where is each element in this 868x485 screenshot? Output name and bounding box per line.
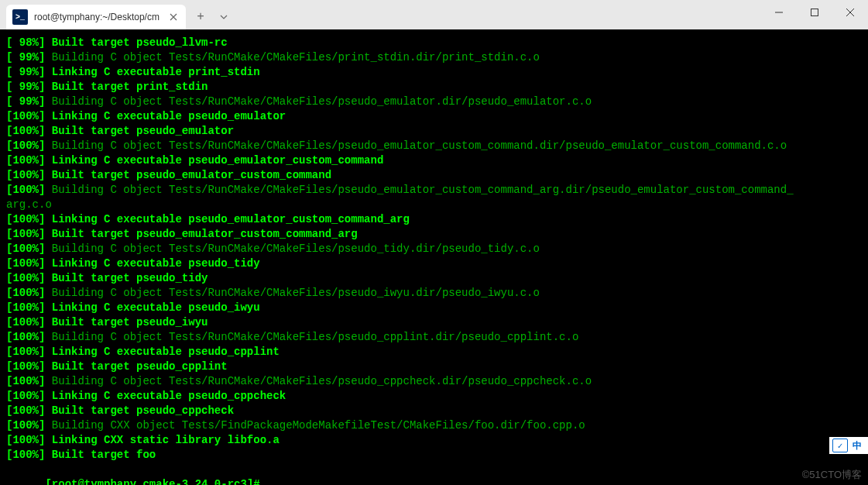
maximize-button[interactable] xyxy=(797,0,832,25)
terminal-line: [100%] Building C object Tests/RunCMake/… xyxy=(6,242,862,256)
terminal-line: [100%] Built target pseudo_emulator_cust… xyxy=(6,168,862,183)
window-controls xyxy=(761,0,868,25)
terminal-line: [100%] Building C object Tests/RunCMake/… xyxy=(6,139,862,153)
terminal-line: arg.c.o xyxy=(6,198,862,212)
prompt-user-host: [root@tymphany xyxy=(45,478,136,485)
terminal-line: [ 99%] Building C object Tests/RunCMake/… xyxy=(6,50,862,65)
terminal-line: [ 99%] Linking C executable print_stdin xyxy=(6,65,862,80)
title-bar: >_ root@tymphany:~/Desktop/cm + xyxy=(0,0,868,29)
terminal-output: [ 98%] Built target pseudo_llvm-rc[ 99%]… xyxy=(6,36,862,463)
terminal-line: [100%] Built target pseudo_iwyu xyxy=(6,315,862,330)
terminal-line: [100%] Built target foo xyxy=(6,448,862,463)
svg-rect-0 xyxy=(811,9,818,16)
terminal-line: [100%] Linking C executable pseudo_emula… xyxy=(6,212,862,227)
terminal-line: [ 99%] Building C object Tests/RunCMake/… xyxy=(6,95,862,109)
terminal-line: [100%] Built target pseudo_cppcheck xyxy=(6,404,862,418)
terminal-line: [100%] Linking C executable pseudo_cppch… xyxy=(6,389,862,404)
terminal-line: [100%] Built target pseudo_emulator xyxy=(6,124,862,139)
ime-char-indicator: 中 xyxy=(849,439,865,452)
tab-active[interactable]: >_ root@tymphany:~/Desktop/cm xyxy=(6,5,186,29)
prompt-line: [root@tymphany cmake-3.24.0-rc3]# xyxy=(6,463,862,485)
watermark: ©51CTO博客 xyxy=(802,468,862,482)
prompt-end: ]# xyxy=(247,478,260,485)
new-tab-button[interactable]: + xyxy=(189,5,212,29)
ime-indicator[interactable]: ✓ 中 xyxy=(829,437,868,454)
tab-title: root@tymphany:~/Desktop/cm xyxy=(34,12,161,22)
terminal-line: [100%] Building C object Tests/RunCMake/… xyxy=(6,183,862,198)
terminal-line: [100%] Linking C executable pseudo_tidy xyxy=(6,256,862,271)
prompt-path: cmake-3.24.0-rc3 xyxy=(136,478,247,485)
terminal-line: [100%] Linking CXX static library libfoo… xyxy=(6,433,862,448)
terminal-line: [100%] Built target pseudo_tidy xyxy=(6,271,862,286)
terminal-line: [100%] Built target pseudo_cpplint xyxy=(6,359,862,374)
minimize-button[interactable] xyxy=(761,0,797,25)
terminal-line: [100%] Building C object Tests/RunCMake/… xyxy=(6,330,862,345)
terminal-line: [100%] Linking C executable pseudo_cppli… xyxy=(6,345,862,359)
terminal-line: [ 99%] Built target print_stdin xyxy=(6,80,862,95)
terminal-line: [100%] Building C object Tests/RunCMake/… xyxy=(6,286,862,301)
powershell-icon: >_ xyxy=(12,9,28,25)
terminal-line: [100%] Linking C executable pseudo_emula… xyxy=(6,153,862,168)
terminal-line: [100%] Built target pseudo_emulator_cust… xyxy=(6,227,862,242)
tab-dropdown-button[interactable] xyxy=(212,5,235,29)
ime-check-icon: ✓ xyxy=(832,439,848,452)
close-window-button[interactable] xyxy=(832,0,868,25)
terminal-window: >_ root@tymphany:~/Desktop/cm + [ 98%] B… xyxy=(0,0,868,485)
close-tab-button[interactable] xyxy=(167,11,180,23)
terminal-line: [100%] Building C object Tests/RunCMake/… xyxy=(6,374,862,389)
terminal-line: [100%] Building CXX object Tests/FindPac… xyxy=(6,418,862,433)
terminal-content[interactable]: [ 98%] Built target pseudo_llvm-rc[ 99%]… xyxy=(0,29,868,485)
terminal-line: [100%] Linking C executable pseudo_iwyu xyxy=(6,301,862,315)
terminal-line: [ 98%] Built target pseudo_llvm-rc xyxy=(6,36,862,50)
terminal-line: [100%] Linking C executable pseudo_emula… xyxy=(6,109,862,124)
